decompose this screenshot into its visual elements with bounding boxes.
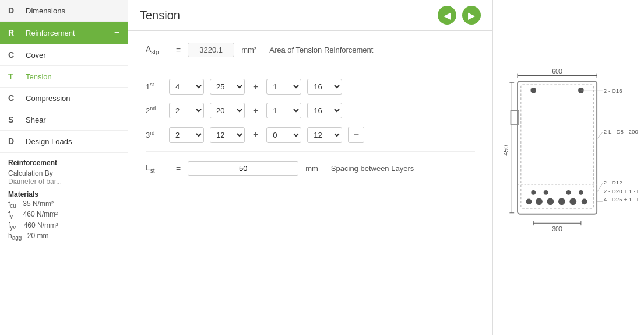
layer2-bar[interactable]: 2081012162532 — [210, 103, 245, 118]
svg-line-34 — [597, 132, 603, 139]
svg-point-12 — [531, 190, 536, 195]
sidebar-letter-c2: C — [8, 93, 20, 103]
fy-row: fy 460 N/mm² — [8, 210, 119, 219]
svg-rect-23 — [521, 85, 593, 208]
layer3-plus: + — [251, 130, 261, 140]
layer-row-1: 1st 42356 2581012162032 + 10234 16810122… — [146, 79, 475, 95]
layer-row-2: 2nd 23456 2081012162532 + 10234 16810122… — [146, 103, 475, 118]
layer-label-3: 3rd — [146, 130, 163, 139]
sidebar-letter-r: R — [8, 28, 20, 37]
svg-text:4 - D25 + 1 - D16: 4 - D25 + 1 - D16 — [604, 196, 638, 203]
layer1-bar[interactable]: 2581012162032 — [210, 79, 245, 95]
svg-point-21 — [582, 198, 587, 204]
hagg-value: 20 mm — [27, 232, 49, 240]
sidebar: D Dimensions R Reinforcement − C Cover T… — [0, 0, 128, 335]
svg-line-35 — [597, 183, 603, 193]
formula-unit: mm² — [241, 46, 256, 54]
fcu-label: fcu — [8, 200, 16, 208]
layer3-bar2[interactable]: 1281016202532 — [307, 127, 342, 143]
layer3-bar[interactable]: 1281016202532 — [210, 127, 245, 143]
layer2-count[interactable]: 23456 — [169, 103, 204, 118]
fyv-label: fyv — [8, 221, 16, 229]
sidebar-letter-d2: D — [8, 137, 20, 146]
formula-equals: = — [176, 46, 181, 55]
spacing-label: Lst — [146, 163, 169, 174]
properties-panel: Reinforcement Calculation By Diameter of… — [0, 152, 128, 249]
fcu-row: fcu 35 N/mm² — [8, 200, 119, 209]
spacing-description: Spacing between Layers — [331, 164, 414, 173]
layer-label-2: 2nd — [146, 106, 163, 115]
sidebar-label-compression: Compression — [26, 94, 71, 103]
layer3-count[interactable]: 23456 — [169, 127, 204, 143]
formula-row: Astp = 3220.1 mm² Area of Tension Reinfo… — [146, 43, 475, 67]
formula-value: 3220.1 — [188, 43, 234, 57]
sidebar-item-tension[interactable]: T Tension — [0, 66, 128, 88]
layer1-count[interactable]: 42356 — [169, 79, 204, 95]
svg-text:2 - D16: 2 - D16 — [604, 88, 622, 94]
remove-layer-button[interactable]: − — [348, 127, 364, 143]
svg-point-15 — [579, 190, 583, 195]
sidebar-item-dimensions[interactable]: D Dimensions — [0, 0, 128, 22]
sidebar-label-design-loads: Design Loads — [26, 137, 72, 146]
svg-text:300: 300 — [552, 225, 562, 232]
spacing-unit: mm — [305, 164, 318, 173]
spacing-input[interactable] — [188, 161, 298, 176]
sidebar-item-cover[interactable]: C Cover — [0, 44, 128, 66]
svg-point-16 — [526, 198, 532, 204]
svg-text:2 - D20 + 1 - D16: 2 - D20 + 1 - D16 — [604, 188, 638, 194]
sidebar-letter-c: C — [8, 50, 20, 60]
layer-row-3: 3rd 23456 1281016202532 + 01234 12810162… — [146, 127, 475, 143]
materials-label: Materials — [8, 190, 119, 198]
fy-value: 460 N/mm² — [23, 210, 58, 218]
svg-text:600: 600 — [552, 68, 562, 75]
svg-text:2 L - D8 - 200: 2 L - D8 - 200 — [604, 128, 638, 135]
formula-description: Area of Tension Reinforcement — [269, 46, 373, 54]
diagram-panel: 600 450 300 2 — [492, 0, 644, 335]
sidebar-label-tension: Tension — [26, 72, 52, 81]
section-diagram: 600 450 300 2 — [499, 65, 638, 270]
spacing-equals: = — [176, 164, 181, 173]
content-area: Astp = 3220.1 mm² Area of Tension Reinfo… — [128, 31, 492, 335]
svg-point-10 — [530, 88, 536, 93]
spacing-row: Lst = mm Spacing between Layers — [146, 151, 475, 176]
fy-label: fy — [8, 210, 13, 218]
layer1-bar2[interactable]: 1681012202532 — [307, 79, 342, 95]
svg-rect-8 — [518, 81, 597, 214]
svg-point-14 — [566, 190, 571, 195]
sidebar-item-shear[interactable]: S Shear — [0, 109, 128, 131]
sidebar-item-design-loads[interactable]: D Design Loads — [0, 131, 128, 152]
layer-label-1: 1st — [146, 82, 163, 91]
sidebar-minus-icon: − — [114, 27, 119, 38]
svg-point-19 — [558, 198, 565, 205]
sidebar-letter-t: T — [8, 72, 20, 81]
sidebar-item-compression[interactable]: C Compression — [0, 88, 128, 109]
svg-point-13 — [544, 190, 548, 195]
sidebar-label-dimensions: Dimensions — [26, 6, 65, 15]
svg-point-20 — [569, 198, 576, 205]
fyv-row: fyv 460 N/mm² — [8, 221, 119, 231]
next-button[interactable]: ▶ — [462, 6, 481, 25]
svg-text:450: 450 — [502, 145, 509, 156]
calc-by-value: Diameter of bar... — [8, 177, 62, 186]
sidebar-item-reinforcement[interactable]: R Reinforcement − — [0, 22, 128, 44]
layer2-bar2[interactable]: 1681012202532 — [307, 103, 342, 118]
fcu-value: 35 N/mm² — [23, 200, 54, 208]
layer2-count2[interactable]: 10234 — [266, 103, 301, 118]
hagg-label: hagg — [8, 232, 22, 240]
header: Tension ◀ ▶ — [128, 0, 492, 31]
layer2-plus: + — [251, 106, 261, 116]
layer1-plus: + — [251, 82, 261, 92]
layer3-count2[interactable]: 01234 — [266, 127, 301, 143]
formula-label: Astp — [146, 44, 169, 55]
sidebar-letter-d: D — [8, 6, 20, 15]
svg-text:2 - D12: 2 - D12 — [604, 179, 622, 186]
hagg-row: hagg 20 mm — [8, 232, 119, 241]
svg-point-17 — [536, 198, 543, 205]
page-title: Tension — [140, 9, 432, 22]
reinforcement-title: Reinforcement — [8, 159, 119, 167]
fyv-value: 460 N/mm² — [24, 221, 58, 229]
prev-button[interactable]: ◀ — [438, 6, 456, 25]
layer1-count2[interactable]: 10234 — [266, 79, 301, 95]
sidebar-letter-s: S — [8, 115, 20, 124]
sidebar-label-reinforcement: Reinforcement — [26, 29, 75, 37]
